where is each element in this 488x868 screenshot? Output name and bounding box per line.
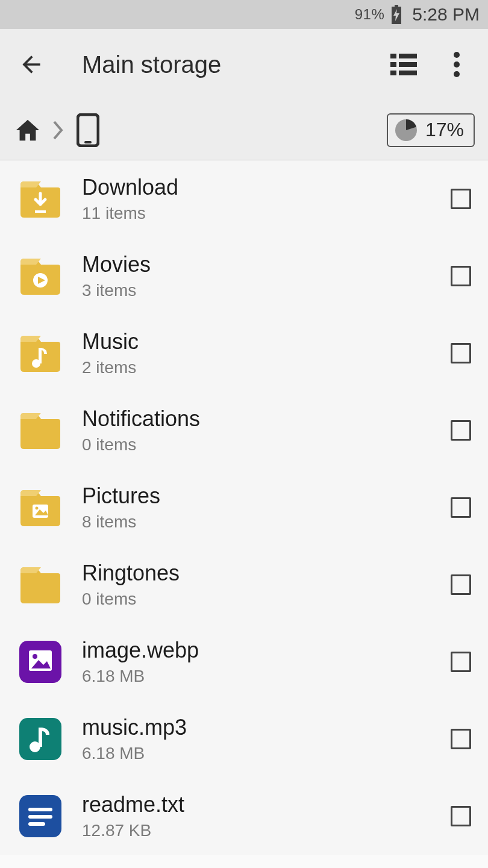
svg-rect-15: [35, 210, 46, 213]
item-name: image.webp: [82, 638, 433, 663]
breadcrumb-bar: 17%: [0, 100, 488, 160]
list-item[interactable]: Download 11 items: [0, 160, 488, 237]
home-icon: [14, 116, 42, 144]
item-subtext: 6.18 MB: [82, 667, 433, 686]
item-name: music.mp3: [82, 715, 433, 740]
item-checkbox[interactable]: [451, 343, 471, 363]
list-item[interactable]: image.webp 6.18 MB: [0, 623, 488, 700]
list-item[interactable]: Movies 3 items: [0, 237, 488, 315]
page-title: Main storage: [82, 51, 365, 78]
item-subtext: 3 items: [82, 281, 433, 300]
file-audio-icon: [17, 715, 64, 763]
svg-rect-29: [39, 728, 42, 747]
file-text-icon: [17, 793, 64, 840]
item-subtext: 0 items: [82, 435, 433, 454]
item-name: readme.txt: [82, 792, 433, 817]
list-item[interactable]: readme.txt 12.87 KB: [0, 778, 488, 855]
folder-download-icon: [17, 175, 64, 222]
phone-icon: [77, 113, 99, 147]
chevron-right-icon: [51, 118, 65, 142]
svg-rect-13: [84, 141, 92, 143]
svg-rect-19: [39, 348, 42, 363]
svg-rect-0: [395, 5, 398, 7]
file-image-icon: [17, 638, 64, 685]
item-subtext: 11 items: [82, 204, 433, 223]
view-toggle-button[interactable]: [389, 50, 418, 79]
svg-point-26: [33, 654, 37, 659]
item-checkbox[interactable]: [451, 266, 471, 286]
item-subtext: 12.87 KB: [82, 821, 433, 840]
arrow-left-icon: [18, 51, 45, 78]
list-item[interactable]: Notifications 0 items: [0, 392, 488, 469]
battery-percent: 91%: [355, 6, 385, 23]
item-name: Notifications: [82, 406, 433, 432]
more-vert-icon: [453, 51, 460, 78]
svg-rect-8: [399, 71, 417, 75]
storage-usage-badge[interactable]: 17%: [387, 113, 475, 147]
folder-music-icon: [17, 330, 64, 377]
svg-rect-5: [390, 62, 396, 67]
item-subtext: 0 items: [82, 590, 433, 609]
list-view-icon: [390, 52, 417, 77]
item-name: Pictures: [82, 483, 433, 509]
item-checkbox[interactable]: [451, 420, 471, 441]
item-name: Movies: [82, 252, 433, 277]
app-bar: Main storage: [0, 29, 488, 100]
breadcrumb-device[interactable]: [74, 116, 102, 145]
item-checkbox[interactable]: [451, 729, 471, 749]
item-name: Ringtones: [82, 561, 433, 586]
back-button[interactable]: [17, 50, 46, 79]
svg-rect-3: [390, 54, 396, 58]
item-checkbox[interactable]: [451, 189, 471, 209]
storage-usage-label: 17%: [425, 119, 464, 141]
svg-point-11: [454, 71, 460, 77]
list-item[interactable]: Ringtones 0 items: [0, 546, 488, 623]
svg-point-9: [454, 52, 460, 58]
overflow-menu-button[interactable]: [442, 50, 471, 79]
item-checkbox[interactable]: [451, 497, 471, 518]
svg-rect-4: [399, 54, 417, 58]
battery-charging-icon: [390, 5, 402, 24]
folder-play-icon: [17, 253, 64, 300]
list-item[interactable]: Pictures 8 items: [0, 469, 488, 546]
breadcrumb-home[interactable]: [13, 116, 42, 145]
status-bar: 91% 5:28 PM: [0, 0, 488, 29]
svg-point-10: [454, 61, 460, 68]
folder-plain-icon: [17, 561, 64, 608]
item-checkbox[interactable]: [451, 652, 471, 672]
item-checkbox[interactable]: [451, 574, 471, 595]
item-subtext: 6.18 MB: [82, 744, 433, 763]
folder-picture-icon: [17, 484, 64, 531]
clock: 5:28 PM: [412, 4, 480, 25]
item-checkbox[interactable]: [451, 806, 471, 826]
folder-plain-icon: [17, 407, 64, 454]
file-list: Download 11 items Movies 3 items Music 2…: [0, 160, 488, 855]
item-name: Music: [82, 329, 433, 354]
svg-rect-6: [399, 62, 417, 67]
item-name: Download: [82, 175, 433, 200]
list-item[interactable]: Music 2 items: [0, 315, 488, 392]
svg-point-22: [36, 507, 39, 510]
pie-chart-icon: [394, 118, 418, 142]
list-item[interactable]: music.mp3 6.18 MB: [0, 700, 488, 778]
item-subtext: 2 items: [82, 358, 433, 377]
svg-rect-7: [390, 71, 396, 75]
item-subtext: 8 items: [82, 512, 433, 532]
